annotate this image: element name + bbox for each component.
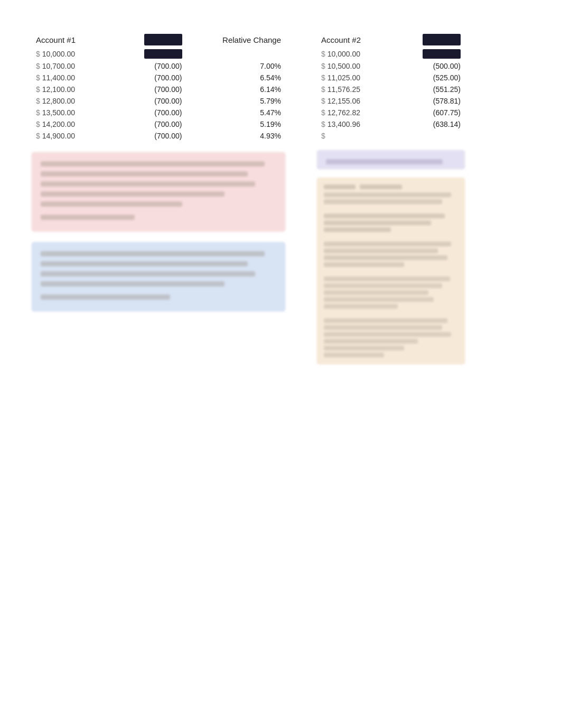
account1-relative-5: 5.47%: [186, 107, 286, 118]
peach-section-1: [324, 214, 458, 232]
account1-table: Account #1 Relative Change $10,000.00$10…: [32, 32, 285, 142]
account2-change-7: [399, 130, 465, 142]
account1-relative-0: [186, 48, 286, 60]
account2-row-0: $10,000.00: [317, 48, 465, 60]
account1-row-0: $10,000.00: [32, 48, 285, 60]
account1-relative-6: 5.19%: [186, 118, 286, 130]
peach-section-0: [324, 185, 458, 204]
account1-dollar-5: $13,500.00: [32, 107, 118, 118]
account2-change-5: (607.75): [399, 107, 465, 118]
account2-row-2: $11,025.00(525.00): [317, 72, 465, 84]
account1-row-4: $12,800.00(700.00)5.79%: [32, 95, 285, 107]
account2-dollar-6: $13,400.96: [317, 118, 399, 130]
peach-section-3: [324, 277, 458, 309]
account1-row-2: $11,400.00(700.00)6.54%: [32, 72, 285, 84]
account1-change-2: (700.00): [118, 72, 186, 84]
account1-change-0: [118, 48, 186, 60]
account2-title: Account #2: [317, 32, 399, 48]
account1-dollar-3: $12,100.00: [32, 84, 118, 95]
account2-row-6: $13,400.96(638.14): [317, 118, 465, 130]
account1-dollar-1: $10,700.00: [32, 60, 118, 72]
account2-row-7: $: [317, 130, 465, 142]
account1-relative-2: 6.54%: [186, 72, 286, 84]
account1-pink-note: [32, 152, 285, 232]
account1-dollar-0: $10,000.00: [32, 48, 118, 60]
account1-dollar-7: $14,900.00: [32, 130, 118, 142]
account1-row-3: $12,100.00(700.00)6.14%: [32, 84, 285, 95]
account2-change-1: (500.00): [399, 60, 465, 72]
account1-relative-1: 7.00%: [186, 60, 286, 72]
account1-title: Account #1: [32, 32, 118, 48]
account2-row-3: $11,576.25(551.25): [317, 84, 465, 95]
account2-row-1: $10,500.00(500.00): [317, 60, 465, 72]
account1-dollar-2: $11,400.00: [32, 72, 118, 84]
account2-dollar-3: $11,576.25: [317, 84, 399, 95]
account1-dollar-6: $14,200.00: [32, 118, 118, 130]
peach-section-2: [324, 242, 458, 267]
account1-col-change: [118, 32, 186, 48]
account2-dollar-1: $10,500.00: [317, 60, 399, 72]
account2-table-wrapper: Account #2 $10,000.00$10,500.00(500.00)$…: [317, 32, 465, 142]
account1-change-6: (700.00): [118, 118, 186, 130]
account2-change-0: [399, 48, 465, 60]
account1-change-7: (700.00): [118, 130, 186, 142]
account2-dollar-2: $11,025.00: [317, 72, 399, 84]
account2-col-change: [399, 32, 465, 48]
account1-change-1: (700.00): [118, 60, 186, 72]
account1-relative-7: 4.93%: [186, 130, 286, 142]
account1-dollar-4: $12,800.00: [32, 95, 118, 107]
account2-header-row: Account #2: [317, 32, 465, 48]
account2-dollar-7: $: [317, 130, 399, 142]
account1-header-row: Account #1 Relative Change: [32, 32, 285, 48]
account2-row-5: $12,762.82(607.75): [317, 107, 465, 118]
account1-row-6: $14,200.00(700.00)5.19%: [32, 118, 285, 130]
account1-relative-3: 6.14%: [186, 84, 286, 95]
account2-peach-content: [317, 178, 465, 364]
right-panel: Account #2 $10,000.00$10,500.00(500.00)$…: [317, 32, 465, 364]
account2-change-4: (578.81): [399, 95, 465, 107]
account1-row-5: $13,500.00(700.00)5.47%: [32, 107, 285, 118]
account2-change-3: (551.25): [399, 84, 465, 95]
account1-row-7: $14,900.00(700.00)4.93%: [32, 130, 285, 142]
account2-change-6: (638.14): [399, 118, 465, 130]
account1-blue-note: [32, 242, 285, 311]
account1-relative-4: 5.79%: [186, 95, 286, 107]
account1-col-relative: Relative Change: [186, 32, 286, 48]
account2-dollar-5: $12,762.82: [317, 107, 399, 118]
account2-row-4: $12,155.06(578.81): [317, 95, 465, 107]
account2-dollar-0: $10,000.00: [317, 48, 399, 60]
main-layout: Account #1 Relative Change $10,000.00$10…: [32, 32, 529, 364]
account1-change-3: (700.00): [118, 84, 186, 95]
account1-change-4: (700.00): [118, 95, 186, 107]
peach-section-4: [324, 318, 458, 357]
account2-table: Account #2 $10,000.00$10,500.00(500.00)$…: [317, 32, 465, 142]
account2-dollar-4: $12,155.06: [317, 95, 399, 107]
left-panel: Account #1 Relative Change $10,000.00$10…: [32, 32, 285, 311]
account2-lavender-header: [317, 150, 465, 169]
account1-table-wrapper: Account #1 Relative Change $10,000.00$10…: [32, 32, 285, 142]
account1-row-1: $10,700.00(700.00)7.00%: [32, 60, 285, 72]
account2-change-2: (525.00): [399, 72, 465, 84]
account1-change-5: (700.00): [118, 107, 186, 118]
